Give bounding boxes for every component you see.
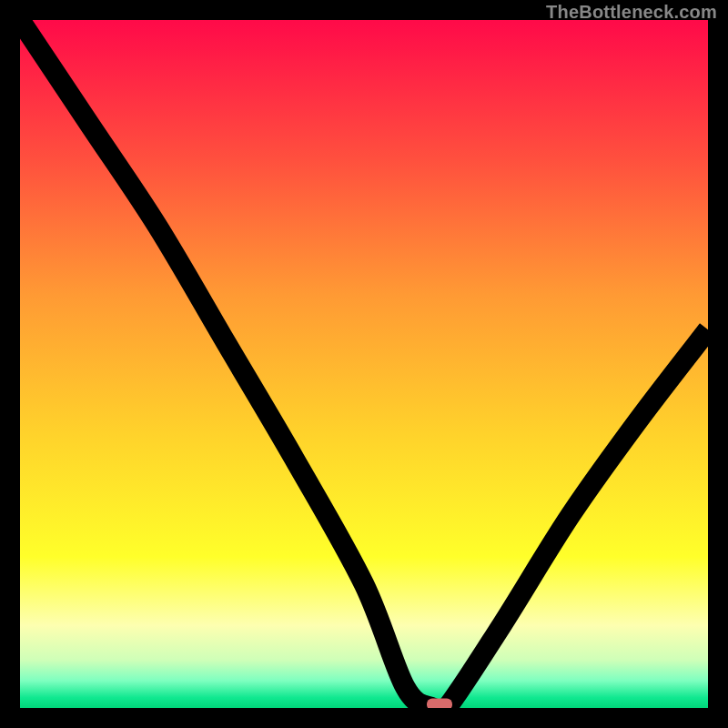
svg-rect-0 <box>20 20 708 708</box>
watermark-text: TheBottleneck.com <box>546 2 717 23</box>
chart-frame: TheBottleneck.com <box>0 0 728 728</box>
optimal-marker <box>427 699 452 709</box>
plot-area <box>20 20 708 708</box>
background-gradient <box>20 20 708 708</box>
